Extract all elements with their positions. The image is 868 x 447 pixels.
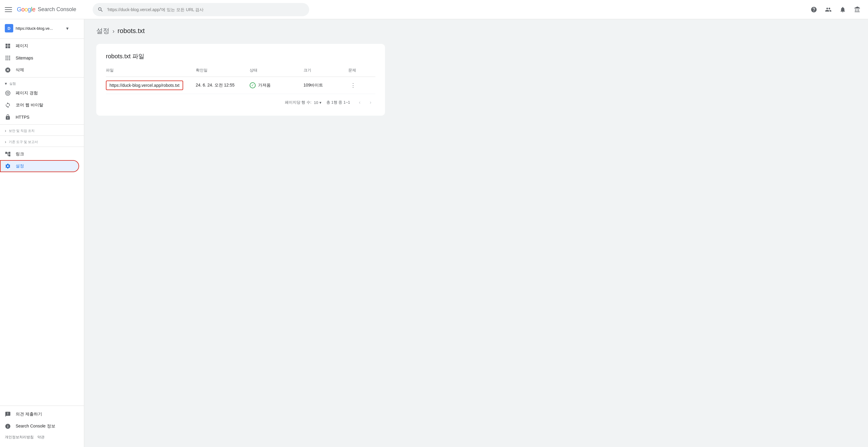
rows-per-page-label: 페이지당 행 수: xyxy=(285,100,312,105)
feedback-icon xyxy=(5,411,11,417)
sidebar-item-info[interactable]: Search Console 정보 xyxy=(0,420,79,432)
sidebar-divider-1 xyxy=(0,77,84,77)
sidebar-item-https-label: HTTPS xyxy=(16,115,29,119)
topbar-right xyxy=(808,4,863,15)
table-footer: 페이지당 행 수: 10 ▾ 총 1행 중 1~1 ‹ › xyxy=(106,94,375,107)
settings-icon xyxy=(5,163,11,169)
robots-card: robots.txt 파일 파일 확인일 상태 크기 문제 https://du… xyxy=(96,44,385,116)
pagination-nav: ‹ › xyxy=(355,98,375,107)
security-section-arrow-icon: › xyxy=(5,128,6,133)
status-label: 가져옴 xyxy=(258,82,271,88)
col-header-issues: 문제 xyxy=(348,68,375,73)
breadcrumb: 설정 › robots.txt xyxy=(96,27,856,35)
footer-privacy-link[interactable]: 개인정보처리방침 xyxy=(5,435,34,440)
topbar: Google Search Console xyxy=(0,0,868,19)
sidebar-item-feedback-label: 의견 제출하기 xyxy=(16,412,42,417)
section-arrow-icon: ▾ xyxy=(5,81,7,86)
table-row: https://duck-blog.vercel.app/robots.txt … xyxy=(106,77,375,94)
card-title: robots.txt 파일 xyxy=(106,52,375,60)
sidebar-item-page-experience[interactable]: 페이지 경험 xyxy=(0,87,79,99)
col-header-date: 확인일 xyxy=(196,68,250,73)
sidebar-section-legacy[interactable]: › 기존 도구 및 보고서 xyxy=(0,137,84,145)
property-dropdown-icon: ▾ xyxy=(66,26,69,31)
search-bar[interactable] xyxy=(93,3,309,16)
apps-button[interactable] xyxy=(851,4,863,15)
sidebar-item-page-experience-label: 페이지 경험 xyxy=(16,91,38,96)
sidebar-footer: 개인정보처리방침 약관 xyxy=(0,432,84,442)
status-check-icon: ✓ xyxy=(250,82,256,88)
footer-terms-link[interactable]: 약관 xyxy=(37,435,44,440)
menu-button[interactable] xyxy=(5,6,12,13)
sidebar-item-links-label: 링크 xyxy=(16,151,24,157)
breadcrumb-current: robots.txt xyxy=(118,27,145,35)
search-input[interactable] xyxy=(107,7,304,12)
sidebar-section-security[interactable]: › 보안 및 직접 조치 xyxy=(0,126,84,134)
sidebar-item-links[interactable]: 링크 xyxy=(0,148,79,160)
size-cell: 109바이트 xyxy=(304,82,348,88)
sidebar-section-experiment-label: 실험 xyxy=(9,81,16,86)
sidebar-item-delete-label: 삭제 xyxy=(16,67,24,73)
svg-point-0 xyxy=(6,91,10,96)
account-button[interactable] xyxy=(822,4,834,15)
sitemaps-icon xyxy=(5,55,11,61)
sidebar-item-page[interactable]: 페이지 xyxy=(0,40,79,52)
sidebar-item-info-label: Search Console 정보 xyxy=(16,423,55,429)
breadcrumb-separator: › xyxy=(113,28,115,35)
topbar-left: Google Search Console xyxy=(5,6,89,13)
table-header: 파일 확인일 상태 크기 문제 xyxy=(106,68,375,77)
sidebar-divider-2 xyxy=(0,124,84,125)
property-url: https://duck-blog.ve... xyxy=(16,26,64,31)
rows-value: 10 xyxy=(314,100,318,105)
main-content: 설정 › robots.txt robots.txt 파일 파일 확인일 상태 … xyxy=(84,19,868,447)
issues-cell: ⋮ xyxy=(348,80,375,90)
sidebar-item-https[interactable]: HTTPS xyxy=(0,111,79,123)
logo: Google Search Console xyxy=(17,6,76,13)
https-icon xyxy=(5,114,11,120)
sidebar-item-sitemaps[interactable]: Sitemaps xyxy=(0,52,79,64)
page-icon xyxy=(5,43,11,49)
file-cell: https://duck-blog.vercel.app/robots.txt xyxy=(106,80,196,90)
sidebar-section-experiment[interactable]: ▾ 실험 xyxy=(0,79,84,87)
robots-url-link[interactable]: https://duck-blog.vercel.app/robots.txt xyxy=(106,80,183,90)
sidebar-section-security-label: 보안 및 직접 조치 xyxy=(9,129,35,133)
col-header-status: 상태 xyxy=(250,68,304,73)
more-options-button[interactable]: ⋮ xyxy=(348,80,358,90)
sidebar-item-core-vitals[interactable]: 코어 웹 바이탈 xyxy=(0,99,79,111)
sidebar-item-delete[interactable]: 삭제 xyxy=(0,64,79,76)
sidebar-item-settings-label: 설정 xyxy=(16,164,24,169)
sidebar-item-feedback[interactable]: 의견 제출하기 xyxy=(0,408,79,420)
page-experience-icon xyxy=(5,90,11,96)
sidebar-divider-top xyxy=(0,38,84,39)
sidebar: D https://duck-blog.ve... ▾ 페이지 Sitemaps… xyxy=(0,19,84,447)
sidebar-item-core-vitals-label: 코어 웹 바이탈 xyxy=(16,102,43,108)
app-title: Search Console xyxy=(38,6,76,12)
next-page-button[interactable]: › xyxy=(366,98,375,107)
pagination-info: 총 1행 중 1~1 xyxy=(326,100,350,105)
help-button[interactable] xyxy=(808,4,820,15)
rows-per-page-select[interactable]: 10 ▾ xyxy=(314,100,321,105)
sidebar-item-settings[interactable]: 설정 xyxy=(0,160,79,172)
prev-page-button[interactable]: ‹ xyxy=(355,98,365,107)
breadcrumb-parent[interactable]: 설정 xyxy=(96,27,110,35)
google-logo: Google xyxy=(17,6,35,13)
rows-dropdown-icon: ▾ xyxy=(319,100,321,105)
sidebar-section-legacy-label: 기존 도구 및 보고서 xyxy=(9,140,38,144)
col-header-file: 파일 xyxy=(106,68,196,73)
sidebar-item-sitemaps-label: Sitemaps xyxy=(16,56,33,60)
legacy-section-arrow-icon: › xyxy=(5,139,6,144)
sidebar-item-page-label: 페이지 xyxy=(16,43,28,49)
property-avatar: D xyxy=(5,24,13,32)
links-icon xyxy=(5,151,11,157)
sidebar-bottom: 의견 제출하기 Search Console 정보 개인정보처리방침 약관 xyxy=(0,406,84,442)
property-selector[interactable]: D https://duck-blog.ve... ▾ xyxy=(0,22,84,36)
status-cell: ✓ 가져옴 xyxy=(250,82,304,88)
search-icon xyxy=(97,7,103,12)
info-icon xyxy=(5,423,11,429)
col-header-size: 크기 xyxy=(304,68,348,73)
layout: D https://duck-blog.ve... ▾ 페이지 Sitemaps… xyxy=(0,19,868,447)
rows-per-page: 페이지당 행 수: 10 ▾ xyxy=(285,100,321,105)
date-cell: 24. 6. 24. 오전 12:55 xyxy=(196,82,250,88)
delete-icon xyxy=(5,67,11,73)
svg-point-1 xyxy=(7,92,9,94)
notification-button[interactable] xyxy=(837,4,849,15)
